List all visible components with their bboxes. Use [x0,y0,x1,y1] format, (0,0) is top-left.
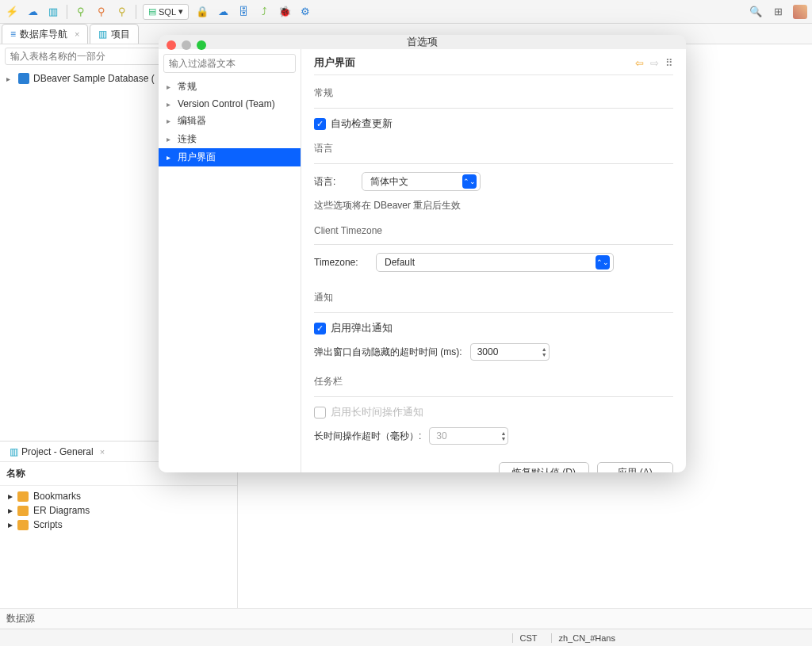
pref-node-connections[interactable]: ▸连接 [159,130,301,148]
notify-timeout-label: 弹出窗口自动隐藏的超时时间 (ms): [314,346,462,359]
language-label: 语言: [314,175,354,189]
longop-timeout-label: 长时间操作超时（毫秒）: [314,430,421,443]
expand-icon[interactable]: ▸ [167,117,174,125]
minimize-window-icon[interactable] [182,40,191,50]
forward-icon[interactable]: ⇨ [650,57,659,69]
checkbox-label: 启用长时间操作通知 [331,405,423,419]
group-language: 语言 [314,142,673,155]
checkbox-icon: ✓ [314,323,326,334]
group-general: 常规 [314,86,673,100]
checkbox-label: 自动检查更新 [331,117,393,131]
input-value: 3000 [477,346,499,357]
preferences-content: 用户界面 ⇦ ⇨ ⠿ 常规 ✓ 自动检查更新 语言 语言: [301,49,686,472]
zoom-window-icon[interactable] [197,40,206,50]
language-hint: 这些选项将在 DBeaver 重启后生效 [314,199,673,212]
language-select[interactable]: 简体中文 ⌃⌄ [362,172,481,191]
expand-icon[interactable]: ▸ [167,100,174,109]
close-window-icon[interactable] [167,40,176,50]
stepper-icon[interactable]: ▲▼ [542,346,547,357]
dialog-titlebar: 首选项 [159,35,686,49]
checkbox-popup-notify[interactable]: ✓ 启用弹出通知 [314,321,673,335]
group-timezone: Client Timezone [314,225,673,236]
timezone-label: Timezone: [314,257,368,268]
back-icon[interactable]: ⇦ [635,57,644,69]
checkbox-auto-update[interactable]: ✓ 自动检查更新 [314,117,673,131]
checkbox-icon [314,407,326,419]
pref-node-general[interactable]: ▸常规 [159,78,301,96]
checkbox-label: 启用弹出通知 [331,321,393,335]
group-taskbar: 任务栏 [314,375,673,388]
chevron-updown-icon: ⌃⌄ [462,174,477,189]
longop-timeout-input: 30 ▲▼ [429,427,508,445]
pref-node-ui[interactable]: ▸用户界面 [159,148,301,166]
stepper-icon: ▲▼ [500,430,506,441]
preferences-tree: ▸常规 ▸Version Control (Team) ▸编辑器 ▸连接 ▸用户… [159,49,301,472]
select-value: Default [385,257,415,268]
select-value: 简体中文 [370,175,408,189]
dialog-title: 首选项 [407,35,438,49]
chevron-updown-icon: ⌃⌄ [596,255,610,269]
timezone-select[interactable]: Default ⌃⌄ [376,253,614,272]
group-notify: 通知 [314,291,673,304]
page-title: 用户界面 [314,55,355,70]
restore-defaults-button[interactable]: 恢复默认值 (D) [499,462,589,472]
preferences-dialog: 首选项 ▸常规 ▸Version Control (Team) ▸编辑器 ▸连接… [159,35,686,472]
checkbox-longop-notify[interactable]: 启用长时间操作通知 [314,405,673,419]
preferences-filter-input[interactable] [163,54,296,73]
menu-icon[interactable]: ⠿ [665,57,673,69]
notify-timeout-input[interactable]: 3000 ▲▼ [470,343,550,361]
expand-icon[interactable]: ▸ [167,135,174,143]
input-value: 30 [436,430,446,441]
checkbox-icon: ✓ [314,118,326,130]
pref-node-editors[interactable]: ▸编辑器 [159,112,301,130]
pref-node-vcs[interactable]: ▸Version Control (Team) [159,96,301,112]
expand-icon[interactable]: ▸ [167,82,174,91]
expand-icon[interactable]: ▸ [167,153,174,162]
apply-button[interactable]: 应用 (A) [597,462,673,472]
